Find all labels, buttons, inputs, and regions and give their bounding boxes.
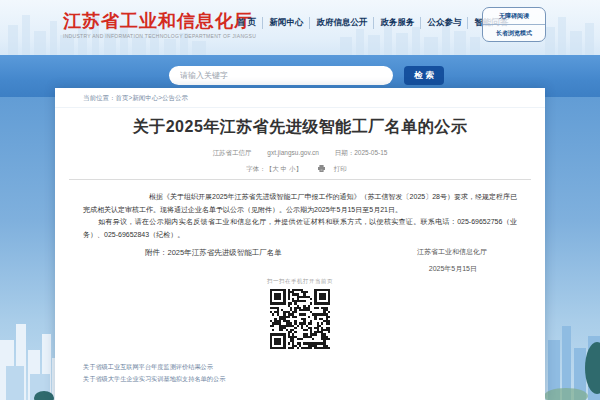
font-size-control[interactable]: 字体：【大 中 小】 — [246, 165, 302, 172]
signature-org: 江苏省工业和信息化厅 — [417, 247, 487, 257]
nav-participation[interactable]: 公众参与 — [420, 17, 467, 29]
nav-home[interactable]: 首 页 — [231, 17, 262, 29]
print-label: 打印 — [334, 165, 347, 172]
content-panel: 当前位置：首页>新闻中心>公告公示 关于2025年江苏省先进级智能工厂名单的公示… — [55, 88, 545, 400]
paragraph-2: 如有异议，请在公示期内实名反馈省工业和信息化厅，并提供佐证材料和联系方式，以便核… — [83, 216, 517, 241]
site-title-en: INDUSTRY AND INFORMATION TECHNOLOGY DEPA… — [63, 33, 256, 39]
barrier-free-button[interactable]: 无障碍阅读 — [483, 8, 545, 24]
accessibility-box: 无障碍阅读 长者浏览模式 — [482, 7, 546, 42]
article-toolbar: 字体：【大 中 小】 打印 — [55, 165, 545, 174]
article-date: 日期：2025-05-15 — [335, 149, 388, 156]
printer-icon — [318, 165, 325, 172]
main-nav: 首 页 新闻中心 政府信息公开 政务服务 公众参与 智能问答 — [231, 17, 514, 29]
search-button[interactable]: 检索 — [404, 66, 444, 85]
article-source: 江苏省工信厅 — [213, 149, 252, 156]
nav-news[interactable]: 新闻中心 — [262, 17, 309, 29]
site-logo[interactable]: 江苏省工业和信息化厅 INDUSTRY AND INFORMATION TECH… — [63, 11, 256, 39]
site-title: 江苏省工业和信息化厅 — [63, 11, 256, 31]
elder-mode-button[interactable]: 长者浏览模式 — [483, 24, 545, 41]
meta-divider — [69, 179, 531, 180]
article-meta: 江苏省工信厅 gxt.jiangsu.gov.cn 日期：2025-05-15 — [55, 149, 545, 158]
related-links: 关于省级工业互联网平台年度监测评价结果公示 关于省级大学生企业实习实训基地拟支持… — [83, 361, 225, 385]
paragraph-1: 根据《关于组织开展2025年江苏省先进级智能工厂申报工作的通知》（苏工信智发〔2… — [83, 191, 517, 216]
nav-services[interactable]: 政务服务 — [373, 17, 420, 29]
related-link-1[interactable]: 关于省级工业互联网平台年度监测评价结果公示 — [83, 361, 225, 373]
qr-caption: 扫一扫在手机打开当前页 — [55, 278, 545, 285]
breadcrumb-label: 当前位置： — [83, 94, 116, 101]
search-input[interactable] — [169, 66, 393, 85]
related-link-2[interactable]: 关于省级大学生企业实习实训基地拟支持名单的公示 — [83, 373, 225, 385]
nav-gov-info[interactable]: 政府信息公开 — [309, 17, 373, 29]
breadcrumb-path[interactable]: 首页>新闻中心>公告公示 — [116, 94, 189, 101]
qr-code — [265, 287, 335, 351]
article-title: 关于2025年江苏省先进级智能工厂名单的公示 — [55, 117, 545, 138]
signature-date: 2025年5月15日 — [429, 264, 477, 274]
breadcrumb: 当前位置：首页>新闻中心>公告公示 — [83, 94, 188, 103]
breadcrumb-divider — [55, 107, 545, 108]
article-site: gxt.jiangsu.gov.cn — [267, 149, 319, 156]
print-button[interactable]: 打印 — [318, 165, 354, 172]
header-bar: 江苏省工业和信息化厅 INDUSTRY AND INFORMATION TECH… — [0, 0, 600, 55]
